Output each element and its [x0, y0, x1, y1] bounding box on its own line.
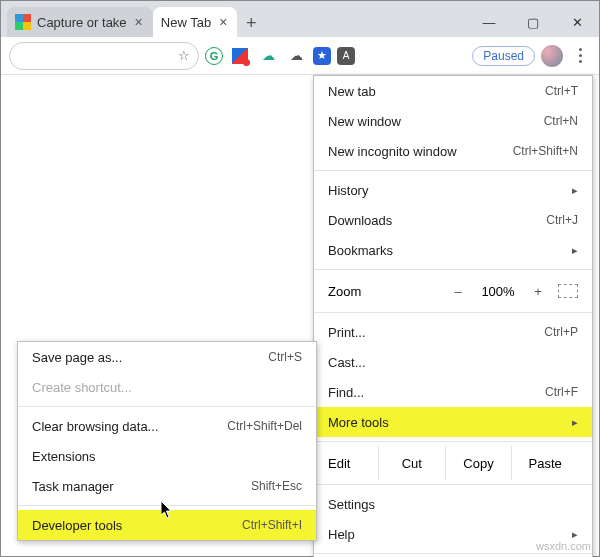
- menu-cast[interactable]: Cast...: [314, 347, 592, 377]
- menu-shortcut: Ctrl+P: [544, 325, 578, 339]
- menu-print[interactable]: Print... Ctrl+P: [314, 317, 592, 347]
- submenu-extensions[interactable]: Extensions: [18, 441, 316, 471]
- profile-paused-chip[interactable]: Paused: [472, 46, 535, 66]
- menu-label: Settings: [328, 497, 578, 512]
- favicon-icon: [15, 14, 31, 30]
- more-tools-submenu: Save page as... Ctrl+S Create shortcut..…: [17, 341, 317, 541]
- menu-new-tab[interactable]: New tab Ctrl+T: [314, 76, 592, 106]
- submenu-developer-tools[interactable]: Developer tools Ctrl+Shift+I: [18, 510, 316, 540]
- menu-more-tools[interactable]: More tools: [314, 407, 592, 437]
- menu-edit: Edit Cut Copy Paste: [314, 446, 592, 480]
- menu-label: More tools: [328, 415, 564, 430]
- chrome-menu-button[interactable]: [569, 42, 591, 70]
- menu-label: Save page as...: [32, 350, 268, 365]
- pdf-icon[interactable]: A: [337, 47, 355, 65]
- separator: [314, 170, 592, 171]
- menu-label: Clear browsing data...: [32, 419, 227, 434]
- submenu-create-shortcut: Create shortcut...: [18, 372, 316, 402]
- onedrive-icon[interactable]: ☁: [257, 45, 279, 67]
- submenu-clear-data[interactable]: Clear browsing data... Ctrl+Shift+Del: [18, 411, 316, 441]
- browser-window: Capture or take × New Tab × + — ▢ ✕ ☆ G …: [0, 0, 600, 557]
- avatar[interactable]: [541, 45, 563, 67]
- menu-history[interactable]: History: [314, 175, 592, 205]
- submenu-save-page[interactable]: Save page as... Ctrl+S: [18, 342, 316, 372]
- close-icon[interactable]: ×: [133, 14, 145, 30]
- maximize-button[interactable]: ▢: [511, 7, 555, 37]
- menu-label: New incognito window: [328, 144, 513, 159]
- copy-button[interactable]: Copy: [445, 446, 512, 480]
- toolbar: ☆ G ☁ ☁ ★ A Paused: [1, 37, 599, 75]
- zoom-label: Zoom: [328, 284, 438, 299]
- menu-label: Developer tools: [32, 518, 242, 533]
- chrome-menu: New tab Ctrl+T New window Ctrl+N New inc…: [313, 75, 593, 557]
- menu-label: Bookmarks: [328, 243, 564, 258]
- menu-bookmarks[interactable]: Bookmarks: [314, 235, 592, 265]
- grammarly-icon[interactable]: G: [205, 47, 223, 65]
- menu-shortcut: Ctrl+S: [268, 350, 302, 364]
- paste-button[interactable]: Paste: [511, 446, 578, 480]
- zoom-in-button[interactable]: +: [526, 284, 550, 299]
- edit-label: Edit: [328, 456, 378, 471]
- minimize-button[interactable]: —: [467, 7, 511, 37]
- cloud-icon[interactable]: ☁: [285, 45, 307, 67]
- separator: [18, 505, 316, 506]
- menu-new-window[interactable]: New window Ctrl+N: [314, 106, 592, 136]
- tab-title: Capture or take: [37, 15, 127, 30]
- watermark: wsxdn.com: [536, 540, 591, 552]
- tab-strip: Capture or take × New Tab × + — ▢ ✕: [1, 1, 599, 37]
- star-icon[interactable]: ☆: [178, 48, 190, 63]
- separator: [314, 269, 592, 270]
- menu-shortcut: Ctrl+Shift+Del: [227, 419, 302, 433]
- close-icon[interactable]: ×: [217, 14, 229, 30]
- separator: [314, 553, 592, 554]
- menu-shortcut: Ctrl+Shift+N: [513, 144, 578, 158]
- menu-label: Help: [328, 527, 564, 542]
- cut-button[interactable]: Cut: [378, 446, 445, 480]
- close-button[interactable]: ✕: [555, 7, 599, 37]
- menu-shortcut: Ctrl+F: [545, 385, 578, 399]
- menu-label: Print...: [328, 325, 544, 340]
- menu-shortcut: Ctrl+J: [546, 213, 578, 227]
- zoom-out-button[interactable]: –: [446, 284, 470, 299]
- bookmark-icon[interactable]: ★: [313, 47, 331, 65]
- tab-title: New Tab: [161, 15, 211, 30]
- menu-shortcut: Ctrl+Shift+I: [242, 518, 302, 532]
- menu-label: New tab: [328, 84, 545, 99]
- menu-find[interactable]: Find... Ctrl+F: [314, 377, 592, 407]
- menu-label: Cast...: [328, 355, 578, 370]
- menu-label: History: [328, 183, 564, 198]
- menu-downloads[interactable]: Downloads Ctrl+J: [314, 205, 592, 235]
- separator: [314, 312, 592, 313]
- menu-settings[interactable]: Settings: [314, 489, 592, 519]
- menu-label: Task manager: [32, 479, 251, 494]
- menu-shortcut: Ctrl+T: [545, 84, 578, 98]
- separator: [314, 484, 592, 485]
- menu-label: Downloads: [328, 213, 546, 228]
- menu-zoom: Zoom – 100% +: [314, 274, 592, 308]
- tab-capture[interactable]: Capture or take ×: [7, 7, 153, 37]
- menu-new-incognito[interactable]: New incognito window Ctrl+Shift+N: [314, 136, 592, 166]
- menu-label: Extensions: [32, 449, 302, 464]
- separator: [18, 406, 316, 407]
- window-controls: — ▢ ✕: [467, 7, 599, 37]
- fullscreen-icon[interactable]: [558, 284, 578, 298]
- new-tab-button[interactable]: +: [237, 9, 265, 37]
- menu-shortcut: Shift+Esc: [251, 479, 302, 493]
- separator: [314, 441, 592, 442]
- address-bar[interactable]: ☆: [9, 42, 199, 70]
- menu-shortcut: Ctrl+N: [544, 114, 578, 128]
- menu-label: Create shortcut...: [32, 380, 302, 395]
- menu-label: New window: [328, 114, 544, 129]
- submenu-task-manager[interactable]: Task manager Shift+Esc: [18, 471, 316, 501]
- tab-new-tab[interactable]: New Tab ×: [153, 7, 238, 37]
- zoom-value: 100%: [478, 284, 518, 299]
- menu-label: Find...: [328, 385, 545, 400]
- extension-icon[interactable]: [229, 45, 251, 67]
- flag-icon: [232, 48, 248, 64]
